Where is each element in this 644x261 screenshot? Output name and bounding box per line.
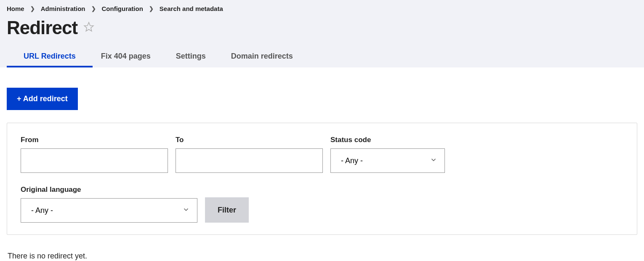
chevron-right-icon: ❯	[149, 5, 154, 12]
status-code-select[interactable]: - Any -	[330, 148, 445, 173]
star-outline-icon[interactable]	[83, 22, 94, 34]
from-input[interactable]	[21, 148, 168, 173]
filter-button[interactable]: Filter	[205, 197, 249, 223]
tab-settings[interactable]: Settings	[176, 47, 206, 67]
page-title: Redirect	[7, 17, 77, 38]
language-select[interactable]: - Any -	[21, 198, 197, 223]
breadcrumb-item-configuration[interactable]: Configuration	[102, 5, 143, 12]
add-redirect-button[interactable]: + Add redirect	[7, 88, 78, 110]
breadcrumb-item-home[interactable]: Home	[7, 5, 24, 12]
chevron-right-icon: ❯	[30, 5, 35, 12]
breadcrumb: Home ❯ Administration ❯ Configuration ❯ …	[7, 3, 637, 16]
to-input[interactable]	[176, 148, 323, 173]
status-code-label: Status code	[330, 136, 445, 144]
tabs: URL Redirects Fix 404 pages Settings Dom…	[7, 47, 637, 67]
svg-marker-0	[84, 22, 93, 31]
tab-domain-redirects[interactable]: Domain redirects	[231, 47, 293, 67]
breadcrumb-item-administration[interactable]: Administration	[41, 5, 85, 12]
filter-panel: From To Status code - Any -	[7, 123, 637, 235]
language-label: Original language	[21, 186, 197, 194]
from-label: From	[21, 136, 168, 144]
chevron-right-icon: ❯	[91, 5, 96, 12]
empty-state-message: There is no redirect yet.	[7, 252, 637, 261]
to-label: To	[176, 136, 323, 144]
tab-fix-404[interactable]: Fix 404 pages	[101, 47, 151, 67]
breadcrumb-item-search-metadata[interactable]: Search and metadata	[160, 5, 223, 12]
tab-url-redirects[interactable]: URL Redirects	[24, 47, 76, 67]
